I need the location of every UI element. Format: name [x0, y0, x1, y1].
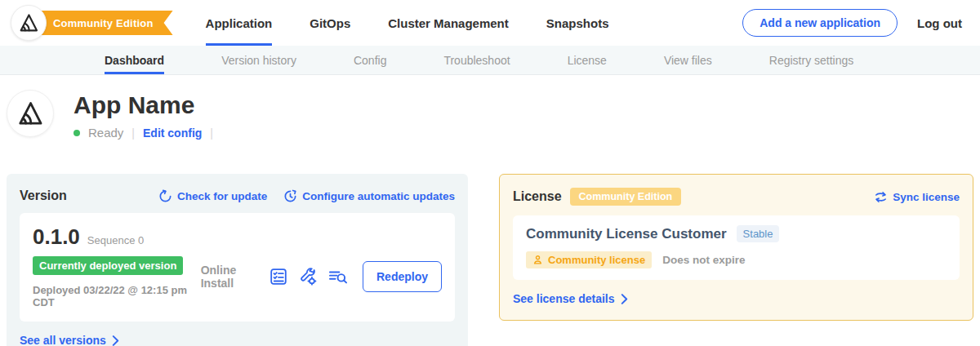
- install-type-label: Online Install: [201, 264, 256, 290]
- replicated-logo-icon: [18, 12, 39, 33]
- license-card: License Community Edition Sync license: [499, 174, 973, 321]
- community-edition-ribbon: Community Edition: [32, 11, 173, 35]
- person-icon: [532, 255, 543, 265]
- app-name: App Name: [74, 91, 213, 119]
- chevron-right-icon: [621, 294, 628, 304]
- subtab-version-history[interactable]: Version history: [221, 46, 296, 74]
- version-card-title: Version: [20, 189, 67, 203]
- subtab-config[interactable]: Config: [354, 46, 386, 74]
- configure-automatic-updates-label: Configure automatic updates: [302, 190, 455, 202]
- sync-license-label: Sync license: [893, 191, 960, 203]
- deployed-timestamp: Deployed 03/22/22 @ 12:15 pm CDT: [33, 284, 201, 308]
- license-meta-row: Community license Does not expire: [526, 251, 947, 268]
- version-info: 0.1.0 Sequence 0 Currently deployed vers…: [33, 224, 201, 308]
- logout-button[interactable]: Log out: [917, 16, 962, 30]
- config-wrench-icon[interactable]: [299, 268, 317, 286]
- preflight-checks-icon[interactable]: [270, 268, 287, 286]
- subtab-license[interactable]: License: [568, 46, 607, 74]
- sequence-label: Sequence 0: [87, 234, 144, 246]
- see-license-details-link[interactable]: See license details: [513, 292, 960, 305]
- configure-automatic-updates-link[interactable]: Configure automatic updates: [283, 189, 455, 203]
- customer-row: Community License Customer Stable: [526, 225, 947, 242]
- app-status-row: Ready | Edit config |: [74, 126, 213, 140]
- see-all-versions-label: See all versions: [20, 334, 106, 346]
- brand-logo-circle: [11, 5, 47, 41]
- expiry-text: Does not expire: [662, 254, 745, 266]
- status-dot-icon: [74, 130, 80, 136]
- see-license-details-label: See license details: [513, 292, 615, 305]
- license-card-links: Sync license: [874, 190, 960, 204]
- version-card-links: Check for update Configure automatic upd…: [158, 189, 455, 203]
- see-all-versions-link[interactable]: See all versions: [20, 334, 455, 346]
- version-card: Version Check for update: [7, 174, 468, 346]
- license-details-panel: Community License Customer Stable Commun…: [513, 215, 960, 280]
- top-nav: Community Edition Application GitOps Clu…: [0, 0, 980, 46]
- divider: |: [210, 126, 213, 140]
- license-card-header: License Community Edition Sync license: [513, 188, 960, 206]
- tab-snapshots[interactable]: Snapshots: [546, 0, 609, 46]
- version-actions: Online Install: [201, 244, 442, 308]
- brand: Community Edition: [11, 5, 173, 41]
- tab-cluster-management[interactable]: Cluster Management: [388, 0, 509, 46]
- divider: |: [131, 126, 135, 140]
- view-diff-icon[interactable]: [328, 268, 348, 286]
- sync-arrows-icon: [874, 190, 888, 204]
- refresh-icon: [158, 189, 172, 203]
- edit-config-link[interactable]: Edit config: [143, 126, 202, 140]
- version-card-header: Version Check for update: [20, 189, 455, 203]
- current-version-panel: 0.1.0 Sequence 0 Currently deployed vers…: [20, 213, 455, 322]
- tab-gitops[interactable]: GitOps: [310, 0, 350, 46]
- check-for-update-link[interactable]: Check for update: [158, 189, 267, 203]
- top-nav-right: Add a new application Log out: [742, 9, 962, 37]
- tab-application[interactable]: Application: [206, 0, 273, 46]
- channel-badge: Stable: [737, 225, 780, 242]
- customer-name: Community License Customer: [526, 226, 727, 242]
- auto-update-clock-icon: [283, 189, 297, 203]
- app-header: App Name Ready | Edit config |: [0, 75, 980, 140]
- license-type-label: Community license: [548, 254, 645, 266]
- version-number: 0.1.0: [33, 224, 80, 250]
- add-new-application-button[interactable]: Add a new application: [742, 9, 898, 37]
- app-logo-icon: [16, 100, 44, 127]
- status-text: Ready: [88, 126, 123, 140]
- license-card-title: License: [513, 189, 562, 204]
- ribbon-label: Community Edition: [53, 17, 154, 29]
- check-for-update-label: Check for update: [177, 190, 267, 202]
- subtab-registry-settings[interactable]: Registry settings: [769, 46, 853, 74]
- sync-license-link[interactable]: Sync license: [874, 190, 960, 204]
- version-number-row: 0.1.0 Sequence 0: [33, 224, 201, 250]
- currently-deployed-badge: Currently deployed version: [33, 256, 183, 275]
- chevron-right-icon: [112, 335, 119, 346]
- subtab-dashboard[interactable]: Dashboard: [105, 46, 164, 74]
- subtab-view-files[interactable]: View files: [664, 46, 712, 74]
- redeploy-button[interactable]: Redeploy: [363, 261, 442, 292]
- license-type-badge: Community license: [526, 251, 652, 268]
- dashboard-cards: Version Check for update: [0, 174, 980, 346]
- top-nav-tabs: Application GitOps Cluster Management Sn…: [206, 0, 609, 46]
- sub-nav: Dashboard Version history Config Trouble…: [0, 46, 980, 75]
- app-avatar: [7, 90, 54, 137]
- subtab-troubleshoot[interactable]: Troubleshoot: [443, 46, 510, 74]
- app-header-text: App Name Ready | Edit config |: [74, 90, 213, 140]
- community-edition-badge: Community Edition: [570, 188, 682, 206]
